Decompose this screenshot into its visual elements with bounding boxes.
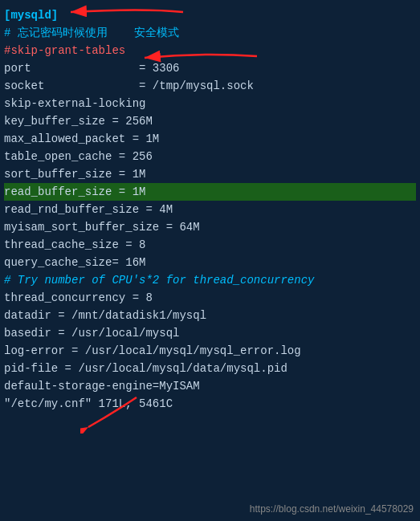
line-datadir: datadir = /mnt/datadisk1/mysql [4,307,416,324]
line-thread-concur: thread_concurrency = 8 [4,289,416,307]
line-thread-cache: thread_cache_size = 8 [4,236,416,254]
line-myisam-sort: myisam_sort_buffer_size = 64M [4,218,416,236]
line-socket: socket = /tmp/mysql.sock [4,77,416,95]
arrow-default-storage [80,393,145,433]
line-skip-ext: skip-external-locking [4,95,416,112]
line-footer: "/etc/my.cnf" 171L, 5461C [4,395,416,413]
arrow-skip-grant [137,48,265,72]
watermark: https://blog.csdn.net/weixin_44578029 [250,503,414,515]
line-sort-buf: sort_buffer_size = 1M [4,165,416,183]
line-read-rnd: read_rnd_buffer_size = 4M [4,201,416,218]
line-pid-file: pid-file = /usr/local/mysql/data/mysql.p… [4,360,416,377]
line-table-cache: table_open_cache = 256 [4,148,416,165]
arrow-mysqld [63,4,191,28]
line-log-error: log-error = /usr/local/mysql/mysql_error… [4,342,416,360]
line-default-storage: default-storage-engine=MyISAM [4,377,416,395]
line-read-buf: read_buffer_size = 1M [4,183,416,201]
editor-container: [mysqld] # 忘记密码时候使用 安全模式 #skip-grant-tab… [0,0,420,521]
line-query-cache: query_cache_size= 16M [4,254,416,271]
line-key-buf: key_buffer_size = 256M [4,112,416,130]
line-comment-cpu: # Try number of CPU's*2 for thread_concu… [4,271,416,289]
line-basedir: basedir = /usr/local/mysql [4,324,416,342]
line-max-pkt: max_allowed_packet = 1M [4,130,416,148]
